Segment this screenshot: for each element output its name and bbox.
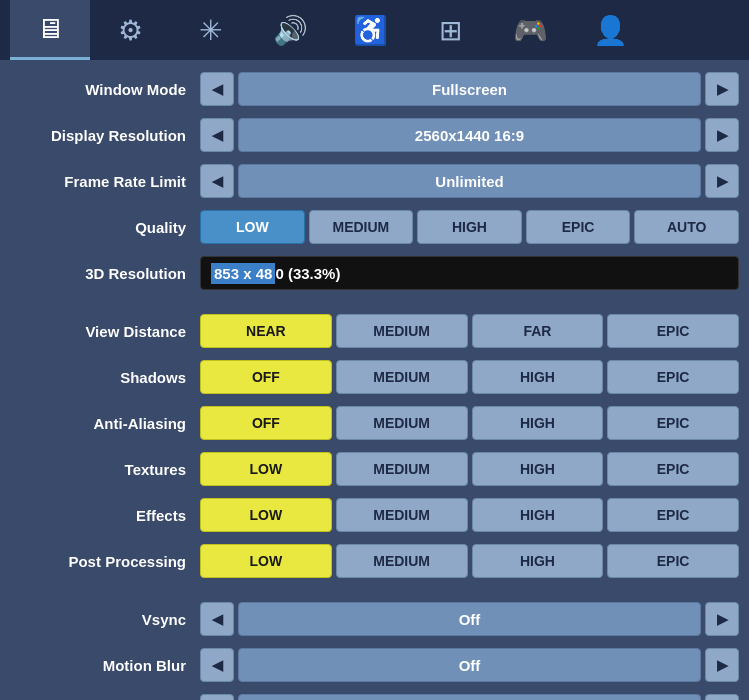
effects-option-epic[interactable]: EPIC <box>607 498 739 532</box>
quality-control: LOW MEDIUM HIGH EPIC AUTO <box>200 210 739 244</box>
top-nav: 🖥 ⚙ ✳ 🔊 ♿ ⊞ 🎮 👤 <box>0 0 749 60</box>
vsync-label: Vsync <box>10 611 200 628</box>
effects-row: Effects LOW MEDIUM HIGH EPIC <box>10 494 739 536</box>
view-distance-option-near[interactable]: NEAR <box>200 314 332 348</box>
anti-aliasing-option-epic[interactable]: EPIC <box>607 406 739 440</box>
vsync-row: Vsync ◀ Off ▶ <box>10 598 739 640</box>
view-distance-option-epic[interactable]: EPIC <box>607 314 739 348</box>
resolution-3d-label: 3D Resolution <box>10 265 200 282</box>
motion-blur-left-arrow[interactable]: ◀ <box>200 648 234 682</box>
nav-user[interactable]: 👤 <box>570 0 650 60</box>
quality-option-auto[interactable]: AUTO <box>634 210 739 244</box>
textures-option-high[interactable]: HIGH <box>472 452 604 486</box>
user-icon: 👤 <box>593 14 628 47</box>
post-processing-option-low[interactable]: LOW <box>200 544 332 578</box>
show-fps-right-arrow[interactable]: ▶ <box>705 694 739 700</box>
resolution-3d-bar: 853 x 480 (33.3%) <box>200 256 739 290</box>
nav-audio[interactable]: 🔊 <box>250 0 330 60</box>
textures-option-low[interactable]: LOW <box>200 452 332 486</box>
nav-accessibility[interactable]: ♿ <box>330 0 410 60</box>
window-mode-control: ◀ Fullscreen ▶ <box>200 72 739 106</box>
quality-option-epic[interactable]: EPIC <box>526 210 631 244</box>
effects-option-low[interactable]: LOW <box>200 498 332 532</box>
vsync-left-arrow[interactable]: ◀ <box>200 602 234 636</box>
network-icon: ⊞ <box>439 14 462 47</box>
display-resolution-right-arrow[interactable]: ▶ <box>705 118 739 152</box>
quality-option-medium[interactable]: MEDIUM <box>309 210 414 244</box>
post-processing-control: LOW MEDIUM HIGH EPIC <box>200 544 739 578</box>
shadows-row: Shadows OFF MEDIUM HIGH EPIC <box>10 356 739 398</box>
quality-row: Quality LOW MEDIUM HIGH EPIC AUTO <box>10 206 739 248</box>
anti-aliasing-control: OFF MEDIUM HIGH EPIC <box>200 406 739 440</box>
motion-blur-control: ◀ Off ▶ <box>200 648 739 682</box>
anti-aliasing-option-medium[interactable]: MEDIUM <box>336 406 468 440</box>
frame-rate-limit-right-arrow[interactable]: ▶ <box>705 164 739 198</box>
quality-option-high[interactable]: HIGH <box>417 210 522 244</box>
resolution-3d-highlight: 853 x 48 <box>211 263 275 284</box>
frame-rate-limit-row: Frame Rate Limit ◀ Unlimited ▶ <box>10 160 739 202</box>
window-mode-left-arrow[interactable]: ◀ <box>200 72 234 106</box>
vsync-right-arrow[interactable]: ▶ <box>705 602 739 636</box>
shadows-label: Shadows <box>10 369 200 386</box>
view-distance-label: View Distance <box>10 323 200 340</box>
textures-label: Textures <box>10 461 200 478</box>
monitor-icon: 🖥 <box>36 12 64 45</box>
window-mode-right-arrow[interactable]: ▶ <box>705 72 739 106</box>
nav-controller[interactable]: 🎮 <box>490 0 570 60</box>
resolution-3d-control: 853 x 480 (33.3%) <box>200 256 739 290</box>
anti-aliasing-label: Anti-Aliasing <box>10 415 200 432</box>
nav-settings[interactable]: ⚙ <box>90 0 170 60</box>
post-processing-option-medium[interactable]: MEDIUM <box>336 544 468 578</box>
shadows-option-epic[interactable]: EPIC <box>607 360 739 394</box>
post-processing-option-epic[interactable]: EPIC <box>607 544 739 578</box>
nav-network[interactable]: ⊞ <box>410 0 490 60</box>
quality-label: Quality <box>10 219 200 236</box>
textures-option-epic[interactable]: EPIC <box>607 452 739 486</box>
post-processing-label: Post Processing <box>10 553 200 570</box>
settings-content: Window Mode ◀ Fullscreen ▶ Display Resol… <box>0 60 749 700</box>
frame-rate-limit-value: Unlimited <box>238 164 701 198</box>
anti-aliasing-row: Anti-Aliasing OFF MEDIUM HIGH EPIC <box>10 402 739 444</box>
view-distance-control: NEAR MEDIUM FAR EPIC <box>200 314 739 348</box>
quality-option-low[interactable]: LOW <box>200 210 305 244</box>
display-resolution-left-arrow[interactable]: ◀ <box>200 118 234 152</box>
frame-rate-limit-left-arrow[interactable]: ◀ <box>200 164 234 198</box>
motion-blur-label: Motion Blur <box>10 657 200 674</box>
display-resolution-label: Display Resolution <box>10 127 200 144</box>
anti-aliasing-option-high[interactable]: HIGH <box>472 406 604 440</box>
shadows-option-off[interactable]: OFF <box>200 360 332 394</box>
frame-rate-limit-control: ◀ Unlimited ▶ <box>200 164 739 198</box>
controller-icon: 🎮 <box>513 14 548 47</box>
textures-row: Textures LOW MEDIUM HIGH EPIC <box>10 448 739 490</box>
accessibility-icon: ♿ <box>353 14 388 47</box>
post-processing-option-high[interactable]: HIGH <box>472 544 604 578</box>
effects-label: Effects <box>10 507 200 524</box>
show-fps-row: Show FPS ◀ Off ▶ <box>10 690 739 700</box>
effects-option-medium[interactable]: MEDIUM <box>336 498 468 532</box>
gear-icon: ⚙ <box>118 14 143 47</box>
shadows-control: OFF MEDIUM HIGH EPIC <box>200 360 739 394</box>
vsync-value: Off <box>238 602 701 636</box>
show-fps-control: ◀ Off ▶ <box>200 694 739 700</box>
display-resolution-row: Display Resolution ◀ 2560x1440 16:9 ▶ <box>10 114 739 156</box>
show-fps-left-arrow[interactable]: ◀ <box>200 694 234 700</box>
motion-blur-row: Motion Blur ◀ Off ▶ <box>10 644 739 686</box>
view-distance-option-medium[interactable]: MEDIUM <box>336 314 468 348</box>
textures-option-medium[interactable]: MEDIUM <box>336 452 468 486</box>
display-resolution-control: ◀ 2560x1440 16:9 ▶ <box>200 118 739 152</box>
motion-blur-right-arrow[interactable]: ▶ <box>705 648 739 682</box>
shadows-option-high[interactable]: HIGH <box>472 360 604 394</box>
resolution-3d-rest: 0 (33.3%) <box>275 265 340 282</box>
show-fps-value: Off <box>238 694 701 700</box>
anti-aliasing-option-off[interactable]: OFF <box>200 406 332 440</box>
effects-control: LOW MEDIUM HIGH EPIC <box>200 498 739 532</box>
effects-option-high[interactable]: HIGH <box>472 498 604 532</box>
post-processing-row: Post Processing LOW MEDIUM HIGH EPIC <box>10 540 739 582</box>
nav-display[interactable]: 🖥 <box>10 0 90 60</box>
shadows-option-medium[interactable]: MEDIUM <box>336 360 468 394</box>
nav-brightness[interactable]: ✳ <box>170 0 250 60</box>
view-distance-option-far[interactable]: FAR <box>472 314 604 348</box>
settings-scroll-area: Window Mode ◀ Fullscreen ▶ Display Resol… <box>0 60 749 700</box>
view-distance-row: View Distance NEAR MEDIUM FAR EPIC <box>10 310 739 352</box>
frame-rate-limit-label: Frame Rate Limit <box>10 173 200 190</box>
